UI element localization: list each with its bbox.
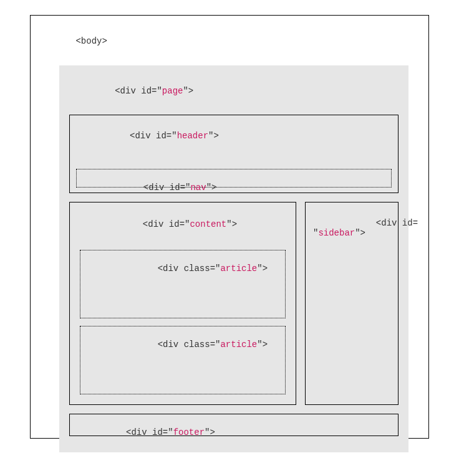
footer-label: <div id="footer">	[70, 414, 398, 450]
footer-tag-close: ">	[205, 427, 215, 437]
page-label: <div id="page">	[69, 73, 399, 109]
article1-tag-open: <div class="	[158, 264, 221, 274]
header-box: <div id="header"> <div id="nav">	[69, 115, 399, 193]
page-id-value: page	[162, 86, 183, 96]
sidebar-id-value: sidebar	[318, 228, 355, 238]
content-box: <div id="content"> <div class="article">…	[69, 202, 296, 405]
sidebar-box: <div id="sidebar">	[305, 202, 399, 405]
page-tag-open: <div id="	[115, 86, 162, 96]
nav-label: <div id="nav">	[77, 169, 391, 206]
article2-class-value: article	[220, 340, 257, 350]
middle-row: <div id="content"> <div class="article">…	[69, 202, 399, 405]
content-label: <div id="content">	[76, 206, 289, 242]
footer-id-value: footer	[173, 427, 205, 437]
nav-id-value: nav	[190, 183, 206, 193]
page-tag-close: ">	[183, 86, 193, 96]
content-tag-close: ">	[226, 219, 237, 229]
article2-tag-open: <div class="	[158, 340, 221, 350]
body-label: <body>	[41, 23, 418, 59]
article1-tag-close: ">	[257, 264, 268, 274]
header-label: <div id="header">	[74, 118, 394, 154]
body-box: <body> <div id="page"> <div id="header">…	[30, 15, 429, 439]
article2-tag-close: ">	[257, 340, 268, 350]
body-tag: <body>	[75, 36, 107, 46]
header-tag-close: ">	[208, 131, 219, 141]
nav-tag-close: ">	[206, 183, 217, 193]
footer-box: <div id="footer">	[69, 414, 399, 436]
sidebar-label: <div id="sidebar">	[309, 205, 394, 252]
article-box-1: <div class="article">	[80, 250, 286, 318]
nav-box: <div id="nav">	[76, 169, 392, 188]
header-id-value: header	[177, 131, 208, 141]
content-id-value: content	[190, 219, 226, 229]
header-tag-open: <div id="	[130, 131, 177, 141]
article-label-2: <div class="article">	[80, 326, 285, 363]
diagram-canvas: <body> <div id="page"> <div id="header">…	[0, 0, 459, 476]
nav-tag-open: <div id="	[143, 183, 191, 193]
page-box: <div id="page"> <div id="header"> <div i…	[59, 65, 408, 452]
sidebar-line1: <div id=	[376, 218, 418, 228]
sidebar-q2: ">	[355, 228, 365, 238]
article-box-2: <div class="article">	[80, 326, 286, 394]
footer-tag-open: <div id="	[126, 427, 173, 437]
article-label-1: <div class="article">	[80, 250, 285, 287]
article1-class-value: article	[220, 264, 257, 274]
content-tag-open: <div id="	[143, 219, 190, 229]
